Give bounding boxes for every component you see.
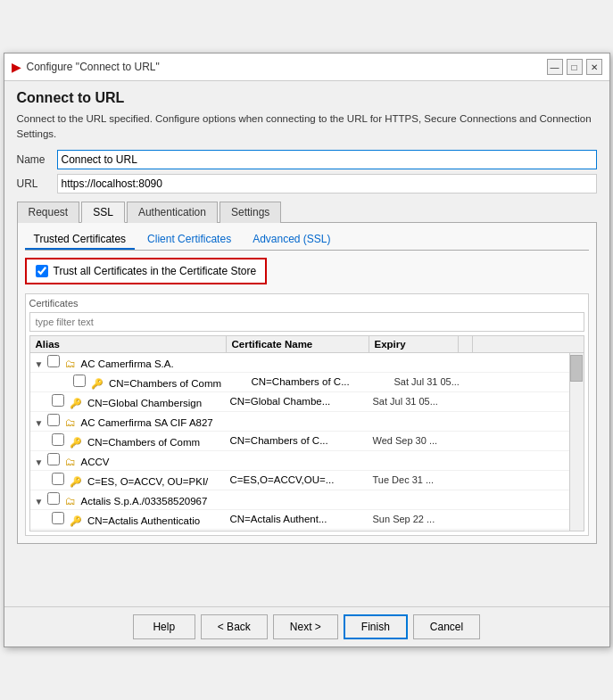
page-title: Connect to URL: [17, 90, 597, 106]
inner-tabs: Trusted Certificates Client Certificates…: [25, 230, 589, 251]
col-header-alias: Alias: [30, 336, 227, 352]
app-icon: ▶: [12, 60, 21, 74]
folder-icon: 🗂: [65, 495, 76, 507]
folder-icon: 🗂: [65, 358, 76, 370]
inner-tab-trusted[interactable]: Trusted Certificates: [25, 230, 136, 250]
window-title: Configure "Connect to URL": [27, 61, 160, 73]
scrollbar-thumb[interactable]: [570, 355, 583, 382]
certname-cell: CN=Actalis Authent...: [227, 512, 369, 526]
certname-cell: [227, 458, 369, 462]
row-checkbox[interactable]: [47, 453, 60, 465]
alias-cell: ▼ 🗂 Actalis S.p.A./03358520967: [30, 490, 227, 509]
alias-text: CN=Chambers of Comm: [87, 437, 200, 448]
title-bar-left: ▶ Configure "Connect to URL": [12, 60, 160, 74]
certs-section-label: Certificates: [29, 298, 584, 309]
main-tabs: Request SSL Authentication Settings: [17, 201, 597, 223]
trust-all-checkbox[interactable]: [36, 265, 48, 277]
ssl-tab-panel: Trusted Certificates Client Certificates…: [17, 223, 597, 544]
expand-icon[interactable]: ▼: [34, 418, 45, 428]
main-window: ▶ Configure "Connect to URL" — □ ✕ Conne…: [4, 53, 610, 646]
expiry-cell: [369, 419, 459, 423]
certificates-section: Certificates Alias Certificate Name Expi…: [25, 293, 589, 536]
alias-cell: ▼ 🗂 ACCV: [30, 451, 227, 470]
row-checkbox[interactable]: [73, 375, 86, 387]
certname-cell: [227, 498, 369, 501]
certs-table: Alias Certificate Name Expiry ▼: [29, 335, 584, 531]
alias-text: ACCV: [80, 457, 109, 467]
alias-cell: 🔑 CN=Global Chambersign: [30, 392, 227, 411]
table-row: 🔑 C=ES, O=ACCV, OU=PKI/ C=ES,O=ACCV,OU=.…: [30, 471, 569, 490]
table-row: 🔑 CN=Global Chambersign CN=Global Chambe…: [30, 392, 569, 412]
scrollbar[interactable]: [569, 353, 584, 531]
url-input[interactable]: [57, 174, 597, 194]
alias-text: C=ES, O=ACCV, OU=PKI/: [87, 476, 208, 487]
row-checkbox[interactable]: [47, 414, 60, 426]
expand-icon[interactable]: ▼: [34, 359, 45, 369]
close-button[interactable]: ✕: [586, 59, 602, 75]
alias-text: CN=Actalis Authenticatio: [87, 515, 200, 526]
col-header-certname: Certificate Name: [227, 336, 369, 352]
certname-cell: CN=Global Chambe...: [227, 394, 369, 408]
alias-text: CN=Chambers of Comm: [109, 378, 221, 389]
expand-icon[interactable]: ▼: [34, 457, 45, 467]
alias-cell: 🔑 CN=Chambers of Comm: [30, 432, 227, 450]
trust-all-row: Trust all Certificates in the Certificat…: [25, 258, 268, 284]
expand-icon[interactable]: ▼: [34, 497, 45, 506]
content-area: Connect to URL Connect to the URL specif…: [4, 81, 609, 552]
back-button[interactable]: < Back: [201, 614, 268, 639]
page-description: Connect to the URL specified. Configure …: [17, 111, 597, 140]
inner-tab-advanced[interactable]: Advanced (SSL): [244, 230, 339, 250]
folder-icon: 🗂: [65, 456, 76, 468]
certname-cell: [227, 419, 369, 423]
alias-text: AC Camerfirma S.A.: [80, 358, 173, 369]
expiry-cell: Tue Dec 31 ...: [369, 473, 459, 487]
table-row: ▼ 🗂 Actalis S.p.A./03358520967: [30, 490, 569, 510]
title-bar: ▶ Configure "Connect to URL" — □ ✕: [4, 54, 609, 81]
row-checkbox[interactable]: [47, 492, 60, 505]
tab-ssl[interactable]: SSL: [81, 202, 125, 223]
bottom-spacer: [4, 553, 609, 606]
trust-all-label: Trust all Certificates in the Certificat…: [54, 265, 257, 277]
alias-text: CN=Global Chambersign: [87, 398, 202, 408]
certname-cell: C=ES,O=ACCV,OU=...: [227, 473, 369, 487]
expiry-cell: Wed Sep 30 ...: [369, 433, 459, 448]
minimize-button[interactable]: —: [547, 59, 563, 75]
tab-request[interactable]: Request: [17, 202, 80, 223]
expiry-cell: Sat Jul 31 05...: [369, 394, 459, 408]
name-row: Name: [17, 150, 597, 169]
cancel-button[interactable]: Cancel: [413, 614, 480, 639]
alias-cell: 🔑 CN=Chambers of Comm: [52, 373, 248, 391]
folder-icon: 🗂: [65, 416, 76, 429]
cert-icon: 🔑: [70, 398, 82, 408]
expiry-cell: Sat Jul 31 05...: [391, 375, 480, 389]
next-button[interactable]: Next >: [273, 614, 338, 639]
table-row: 🔑 CN=Actalis Authenticatio CN=Actalis Au…: [30, 510, 569, 530]
row-checkbox[interactable]: [52, 433, 64, 446]
finish-button[interactable]: Finish: [344, 614, 408, 639]
alias-cell: 🔑 C=ES, O=ACCV, OU=PKI/: [30, 471, 227, 490]
table-row: ▼ 🗂 AC Camerfirma S.A.: [30, 353, 569, 373]
table-row: 🔑 CN=Chambers of Comm CN=Chambers of C..…: [30, 373, 569, 392]
footer: Help < Back Next > Finish Cancel: [4, 606, 609, 646]
row-checkbox[interactable]: [47, 355, 60, 367]
col-header-scroll: [459, 336, 473, 352]
tab-settings[interactable]: Settings: [220, 202, 281, 223]
tab-authentication[interactable]: Authentication: [127, 202, 218, 223]
expiry-cell: [369, 498, 459, 501]
expiry-cell: Sun Sep 22 ...: [369, 512, 459, 526]
table-scroll-wrapper: ▼ 🗂 AC Camerfirma S.A.: [30, 353, 584, 531]
maximize-button[interactable]: □: [567, 59, 583, 75]
cert-icon: 🔑: [70, 476, 82, 487]
name-input[interactable]: [57, 150, 597, 169]
row-checkbox[interactable]: [52, 512, 64, 524]
cert-filter-input[interactable]: [29, 312, 584, 332]
url-row: URL: [17, 174, 597, 194]
cert-icon: 🔑: [91, 378, 104, 389]
inner-tab-client[interactable]: Client Certificates: [138, 230, 240, 250]
row-checkbox[interactable]: [52, 394, 64, 407]
table-row: ▼ 🗂 AC Camerfirma SA CIF A827: [30, 412, 569, 432]
row-checkbox[interactable]: [52, 473, 64, 485]
alias-text: Actalis S.p.A./03358520967: [80, 496, 207, 506]
help-button[interactable]: Help: [133, 614, 195, 639]
certname-cell: CN=Chambers of C...: [227, 433, 369, 448]
